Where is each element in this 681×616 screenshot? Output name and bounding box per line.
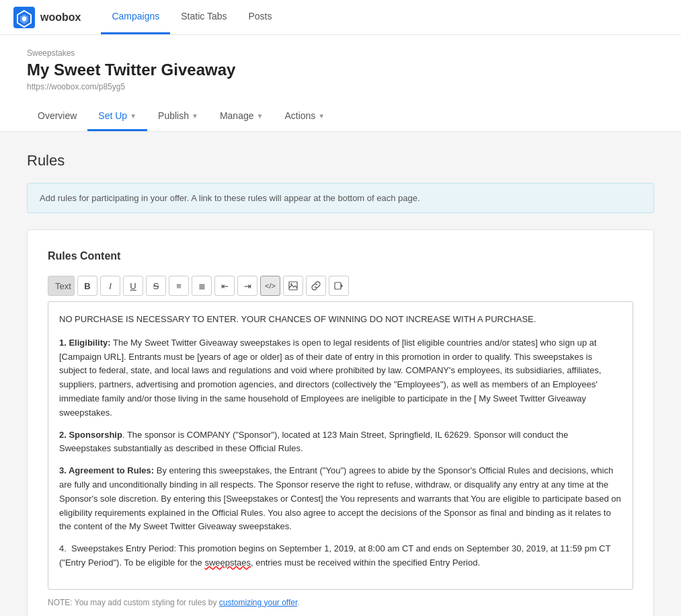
code-button[interactable]: </> [260,276,280,296]
chevron-down-icon: ▼ [192,112,198,120]
top-navigation: woobox Campaigns Static Tabs Posts [0,0,681,35]
video-button[interactable] [329,276,349,296]
subnav-manage[interactable]: Manage ▼ [209,102,274,131]
subnav-publish[interactable]: Publish ▼ [147,102,209,131]
nav-posts[interactable]: Posts [238,0,283,34]
woobox-logo-icon [13,7,35,28]
editor-note: NOTE: You may add custom styling for rul… [48,598,633,607]
rule-4: 4. Sweepstakes Entry Period: This promot… [59,542,622,570]
svg-marker-7 [341,284,343,288]
subnav-overview[interactable]: Overview [27,102,87,131]
subnav-setup[interactable]: Set Up ▼ [87,102,147,131]
rule-1: 1. Eligibility: The My Sweet Twitter Giv… [59,336,622,420]
chevron-down-icon: ▼ [318,112,325,120]
unordered-list-button[interactable]: ≡ [169,276,189,296]
editor-intro: NO PURCHASE IS NECESSARY TO ENTER. YOUR … [59,313,622,327]
page-url: https://woobox.com/p85yg5 [27,82,654,91]
strikethrough-button[interactable]: S [146,276,166,296]
indent-increase-button[interactable]: ⇥ [237,276,257,296]
nav-campaigns[interactable]: Campaigns [101,0,170,34]
card-title: Rules Content [48,250,633,262]
nav-links: Campaigns Static Tabs Posts [101,0,282,34]
svg-rect-4 [289,282,297,290]
italic-button[interactable]: I [100,276,120,296]
chevron-down-icon: ▼ [130,112,136,120]
rule-2: 2. Sponsorship. The sponsor is COMPANY (… [59,428,622,457]
indent-decrease-button[interactable]: ⇤ [214,276,235,296]
editor-area[interactable]: NO PURCHASE IS NECESSARY TO ENTER. YOUR … [48,301,633,590]
section-title: Rules [27,152,654,169]
customizing-offer-link[interactable]: customizing your offer [219,598,298,607]
underline-button[interactable]: U [123,276,143,296]
subnav-actions[interactable]: Actions ▼ [274,102,335,131]
logo-text: woobox [40,11,81,24]
breadcrumb: Sweepstakes [27,48,654,58]
bold-button[interactable]: B [77,276,97,296]
page-header: Sweepstakes My Sweet Twitter Giveaway ht… [0,35,681,91]
sub-navigation: Overview Set Up ▼ Publish ▼ Manage ▼ Act… [0,102,681,132]
logo[interactable]: woobox [13,7,81,28]
image-button[interactable] [283,276,303,296]
info-banner: Add rules for participating in your offe… [27,183,654,213]
svg-point-5 [290,283,292,284]
rules-card: Rules Content Text B I U S ≡ ≣ ⇤ ⇥ </> [27,229,654,616]
page-title: My Sweet Twitter Giveaway [27,61,654,79]
main-content: Rules Add rules for participating in you… [0,132,681,616]
rule-3: 3. Agreement to Rules: By entering this … [59,464,622,534]
nav-static-tabs[interactable]: Static Tabs [170,0,237,34]
svg-rect-6 [335,282,341,289]
editor-toolbar: Text B I U S ≡ ≣ ⇤ ⇥ </> [48,276,633,296]
chevron-down-icon: ▼ [257,112,264,120]
ordered-list-button[interactable]: ≣ [192,276,212,296]
block-type-selector[interactable]: Text [48,276,75,296]
link-button[interactable] [306,276,326,296]
